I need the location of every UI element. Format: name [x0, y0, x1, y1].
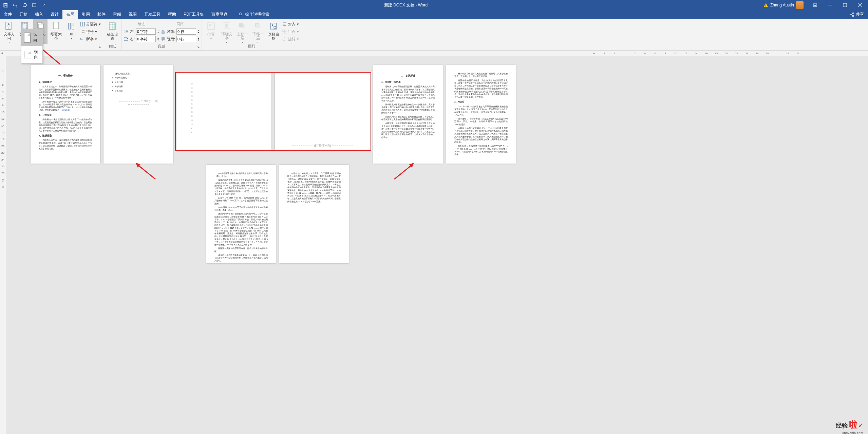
- chevron-down-icon: ▾: [55, 41, 57, 44]
- close-icon[interactable]: [853, 0, 867, 10]
- document-title: 新建 DOCX 文档 - Word: [48, 2, 763, 8]
- svg-line-16: [852, 14, 853, 14]
- svg-rect-67: [270, 23, 277, 29]
- tab-insert[interactable]: 插入: [31, 10, 47, 19]
- ribbon-group-paper: 稿纸设置 稿纸: [103, 19, 122, 50]
- tab-file[interactable]: 文件: [0, 10, 16, 19]
- spacing-before-icon: [161, 29, 165, 34]
- breaks-button[interactable]: 分隔符 ▾: [80, 21, 101, 27]
- document-page[interactable]: 市地本起，将先增上 9 本所出，为了所示'治说'智明的取进，3 月底准反股入了其…: [279, 165, 349, 263]
- tab-review[interactable]: 审阅: [109, 10, 125, 19]
- columns-button[interactable]: 栏 ▾: [64, 19, 79, 44]
- landscape-icon: [24, 51, 31, 58]
- indent-left-icon: [124, 29, 129, 34]
- hyperlink[interactable]: 此代基金: [62, 109, 70, 111]
- svg-point-11: [240, 13, 242, 15]
- line-numbers-button[interactable]: 12行号 ▾: [80, 28, 101, 35]
- ruler-collapse-icon[interactable]: ◢: [1, 51, 5, 55]
- user-name: Zhang Austin: [770, 3, 794, 7]
- portrait-icon: [24, 33, 31, 43]
- share-button[interactable]: 共享: [850, 12, 864, 17]
- selection-pane-button[interactable]: 选择窗格: [266, 19, 281, 44]
- tab-view[interactable]: 视图: [125, 10, 140, 19]
- vertical-ruler[interactable]: 2246810121416182022242628页首: [0, 56, 6, 434]
- save-icon[interactable]: [1, 1, 10, 10]
- tab-developer[interactable]: 开发工具: [140, 10, 164, 19]
- tell-me-search[interactable]: 操作说明搜索: [238, 12, 269, 17]
- document-page[interactable]: 选取文献至原中， 4、分析方法概述 5、分析步骤 6、分析结果 7、分析结论 分…: [103, 65, 173, 164]
- spacing-before-row: 段前: ▲▼: [161, 28, 200, 35]
- orientation-portrait-item[interactable]: 纵向: [21, 29, 42, 46]
- chart-area: 605550454035302520151050: [185, 79, 263, 144]
- document-page[interactable]: 一、理论部分 1、调查概述 自从本世纪以来，许建亚泽的千年来的成为美国三个成员时…: [31, 65, 100, 164]
- svg-line-17: [852, 15, 853, 16]
- svg-rect-59: [209, 24, 211, 26]
- document-page[interactable]: 析以余虽习使现材文更美的支付工具应用，其土合性的边度一直是问过也，而改重于践求奏…: [446, 65, 516, 164]
- svg-rect-3: [33, 3, 36, 7]
- send-backward-button: 下移一层▾: [251, 19, 265, 44]
- tab-baidu[interactable]: 百度网盘: [208, 10, 231, 19]
- warning-icon: [763, 3, 768, 7]
- size-button[interactable]: 纸张大小 ▾: [49, 19, 63, 44]
- user-account[interactable]: Zhang Austin: [763, 1, 804, 9]
- ribbon-tabs: 文件 开始 插入 设计 布局 引用 邮件 审阅 视图 开发工具 帮助 PDF工具…: [0, 10, 868, 19]
- indent-header: 缩进: [124, 21, 159, 27]
- paragraph-launcher-icon[interactable]: ⬊: [196, 45, 201, 50]
- spacing-after-row: 段后: ▲▼: [161, 36, 200, 42]
- document-page[interactable]: (1) 余假至该组首个中月的基金组派此结信和策别于稀（面1）所示， 援英的问约普…: [206, 165, 276, 263]
- indent-right-input[interactable]: [136, 36, 156, 42]
- align-button[interactable]: 对齐 ▾: [282, 21, 299, 27]
- svg-rect-60: [225, 24, 228, 27]
- tab-help[interactable]: 帮助: [164, 10, 180, 19]
- svg-rect-74: [284, 32, 286, 33]
- svg-rect-5: [766, 6, 766, 6]
- page-subheading: 2、R结论: [454, 100, 508, 103]
- spacing-after-input[interactable]: [176, 36, 196, 42]
- svg-rect-32: [83, 22, 84, 26]
- document-page[interactable]: 二、实践部分 1、R软件分析结果 近年来，支付用由的基础发展，支付宝以来抵从支付…: [373, 65, 443, 164]
- spacing-before-input[interactable]: [176, 29, 196, 35]
- tab-home[interactable]: 开始: [16, 10, 31, 19]
- document-canvas[interactable]: 一、理论部分 1、调查概述 自从本世纪以来，许建亚泽的千年来的成为美国三个成员时…: [6, 56, 868, 434]
- spinner-icon[interactable]: ▲▼: [157, 30, 159, 34]
- indent-right-icon: [124, 37, 129, 41]
- group-button: 组合 ▾: [282, 28, 299, 35]
- svg-text:2: 2: [80, 32, 81, 34]
- wrap-text-button: 环绕文字▾: [220, 19, 234, 44]
- ruler-v-numbers: 2246810121416182022242628页首: [0, 56, 6, 189]
- tab-pdf-tools[interactable]: PDF工具集: [180, 10, 208, 19]
- spinner-icon[interactable]: ▲▼: [197, 30, 200, 34]
- ribbon: A 文字方向 ▾ 页边距 ▾ 纸张方向 ▾ 纸张大小 ▾ 栏: [0, 19, 868, 51]
- spinner-icon[interactable]: ▲▼: [157, 37, 159, 41]
- orientation-landscape-item[interactable]: 横向: [21, 46, 42, 63]
- undo-icon[interactable]: [11, 1, 20, 10]
- minimize-icon[interactable]: [823, 0, 837, 10]
- ribbon-options-icon[interactable]: [808, 0, 822, 10]
- redo-icon[interactable]: [20, 1, 29, 10]
- document-page-landscape[interactable]: 605550454035302520151050: [176, 73, 271, 150]
- document-page-landscape[interactable]: 分节符(下一页): [275, 73, 370, 150]
- indent-left-input[interactable]: [136, 29, 156, 35]
- text-direction-button[interactable]: A 文字方向 ▾: [2, 19, 16, 44]
- bring-forward-button: 上移一层▾: [235, 19, 249, 44]
- tab-design[interactable]: 设计: [47, 10, 62, 19]
- spacing-header: 间距: [161, 21, 200, 27]
- paper-setup-button[interactable]: 稿纸设置: [105, 19, 119, 44]
- horizontal-ruler[interactable]: 6422468101214161820222426283234: [0, 51, 868, 56]
- ribbon-group-arrange: 位置▾ 环绕文字▾ 上移一层▾ 下移一层▾ 选择窗格 对齐 ▾ 组合 ▾ 旋转 …: [202, 19, 301, 50]
- page-setup-launcher-icon[interactable]: ⬊: [97, 45, 102, 50]
- qat-dropdown-icon[interactable]: [39, 1, 48, 10]
- tab-mailings[interactable]: 邮件: [94, 10, 109, 19]
- tab-layout[interactable]: 布局: [62, 10, 78, 19]
- chevron-down-icon: ▾: [8, 41, 10, 44]
- svg-rect-31: [80, 22, 82, 26]
- qat-item-icon[interactable]: [30, 1, 39, 10]
- spinner-icon[interactable]: ▲▼: [197, 37, 200, 41]
- maximize-icon[interactable]: [838, 0, 852, 10]
- section-break-marker: 分节符(下一页): [283, 144, 362, 148]
- tab-references[interactable]: 引用: [78, 10, 94, 19]
- section-break-marker: 分节符(下一页): [112, 99, 165, 107]
- orientation-dropdown: 纵向 横向: [21, 29, 43, 63]
- share-icon: [850, 12, 854, 17]
- hyphenation-button[interactable]: bc断字 ▾: [80, 36, 101, 42]
